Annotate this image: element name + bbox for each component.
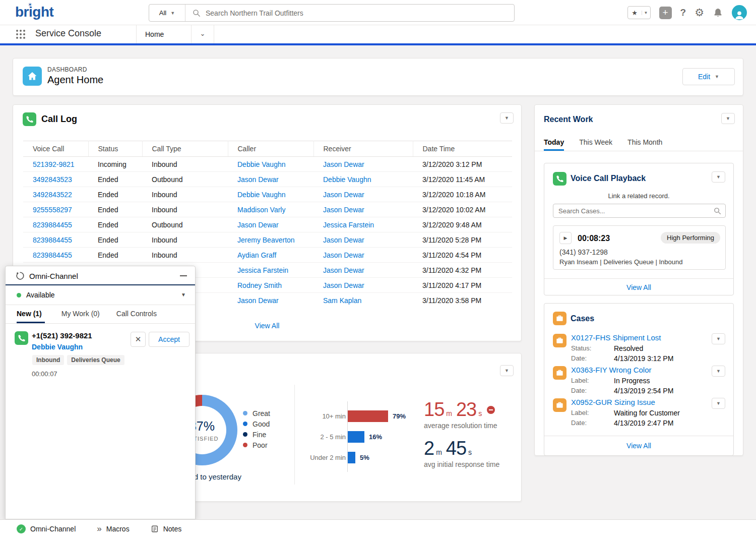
voice-call-link[interactable]: 3492843523	[33, 175, 72, 184]
inbound-badge: Inbound	[32, 355, 64, 365]
tab-today[interactable]: Today	[544, 135, 564, 151]
caller-link[interactable]: Aydian Graff	[237, 251, 276, 259]
case-menu-button[interactable]: ▼	[712, 366, 725, 377]
app-name: Service Console	[35, 28, 101, 39]
case-field-value: 4/13/2019 2:47 PM	[614, 419, 673, 427]
playback-menu-button[interactable]: ▼	[712, 171, 725, 183]
tab-this-month[interactable]: This Month	[627, 135, 662, 151]
tab-dropdown-chevron-icon[interactable]: ⌄	[192, 25, 214, 43]
receiver-link[interactable]: Jason Dewar	[323, 206, 364, 214]
column-header[interactable]: Call Type	[142, 141, 228, 157]
accept-call-button[interactable]: Accept	[149, 332, 190, 347]
table-row: 3492843522 Ended Inbound Debbie Vaughn J…	[23, 187, 512, 202]
chevron-down-icon[interactable]: ▼	[642, 11, 650, 15]
utility-macros[interactable]: » Macros	[97, 525, 129, 533]
tab-home[interactable]: Home	[136, 25, 192, 43]
case-body: X0363-FIY Wrong Color Label: In Progress…	[571, 365, 733, 395]
caller-link[interactable]: Debbie Vaughn	[237, 191, 285, 199]
status-cell: Ended	[88, 217, 142, 232]
tab-new[interactable]: New (1)	[17, 305, 45, 323]
caller-link[interactable]: Debbie Vaughn	[237, 160, 285, 168]
logo-spark-icon: ✶	[28, 2, 32, 8]
receiver-link[interactable]: Jason Dewar	[323, 236, 364, 244]
cases-title: Cases	[571, 314, 594, 323]
gear-icon[interactable]: ⚙	[695, 7, 704, 19]
voice-call-link[interactable]: 8239884455	[33, 221, 72, 229]
utility-notes[interactable]: Notes	[151, 525, 182, 533]
column-header[interactable]: Date Time	[413, 141, 512, 157]
decline-call-button[interactable]: ✕	[131, 332, 146, 347]
minimize-icon[interactable]	[180, 275, 187, 276]
voice-call-link[interactable]: 8239884455	[33, 251, 72, 259]
bar-value-label: 16%	[369, 433, 382, 441]
decrease-indicator-icon	[487, 406, 495, 414]
utility-notes-label: Notes	[163, 525, 182, 533]
caller-link[interactable]: Jason Dewar	[237, 221, 279, 229]
tab-my-work[interactable]: My Work (0)	[61, 305, 100, 323]
edit-button[interactable]: Edit ▼	[682, 68, 735, 85]
caller-link[interactable]: Jason Dewar	[237, 296, 279, 305]
case-field-row: Label: Waiting for Customer	[571, 409, 733, 417]
call-type-cell: Inbound	[142, 187, 228, 202]
tab-call-controls[interactable]: Call Controls	[116, 305, 157, 323]
playback-view-all-link[interactable]: View All	[544, 283, 733, 291]
recent-work-menu-button[interactable]: ▼	[721, 113, 735, 124]
cases-view-all-link[interactable]: View All	[544, 442, 733, 450]
call-log-menu-button[interactable]: ▼	[500, 112, 514, 124]
chevron-down-icon: ▼	[181, 292, 186, 297]
help-icon[interactable]: ?	[680, 7, 686, 18]
call-log-title: Call Log	[41, 114, 77, 125]
column-header[interactable]: Receiver	[313, 141, 413, 157]
receiver-link[interactable]: Sam Kaplan	[323, 296, 361, 305]
date-time-cell: 3/11/2020 4:54 PM	[413, 248, 512, 263]
case-field-label: Date:	[571, 354, 614, 363]
receiver-link[interactable]: Jason Dewar	[323, 251, 364, 259]
chart-menu-button[interactable]: ▼	[500, 365, 514, 376]
case-title-link[interactable]: X0363-FIY Wrong Color	[571, 366, 652, 374]
playback-subtitle: Link a related record.	[544, 192, 733, 200]
voice-call-link[interactable]: 8239884455	[33, 236, 72, 244]
presence-status-row[interactable]: Available ▼	[6, 285, 195, 305]
user-avatar[interactable]	[732, 5, 747, 20]
caller-link[interactable]: Jessica Farstein	[237, 266, 288, 274]
receiver-link[interactable]: Jason Dewar	[323, 281, 364, 289]
caller-link[interactable]: Maddison Varly	[237, 206, 285, 214]
caller-link[interactable]: Jeremy Beaverton	[237, 236, 295, 244]
search-input[interactable]	[206, 9, 514, 17]
case-title-link[interactable]: X0127-FHS Shipment Lost	[571, 333, 661, 342]
receiver-link[interactable]: Jason Dewar	[323, 160, 364, 168]
utility-omni-channel[interactable]: ✓ Omni-Channel	[17, 524, 76, 533]
case-title-link[interactable]: X0952-GUR Sizing Issue	[571, 398, 655, 406]
voice-call-link[interactable]: 521392-9821	[33, 160, 75, 168]
omni-channel-header[interactable]: Omni-Channel	[6, 266, 195, 285]
caller-link[interactable]: Rodney Smith	[237, 281, 282, 289]
caller-link[interactable]: Jason Dewar	[237, 175, 279, 184]
tab-this-week[interactable]: This Week	[579, 135, 612, 151]
add-icon[interactable]: +	[659, 7, 672, 19]
bar-category-label: 2 - 5 min	[303, 433, 346, 441]
app-launcher-waffle-icon[interactable]	[16, 30, 26, 39]
case-search-input[interactable]	[558, 207, 714, 215]
column-header[interactable]: Status	[88, 141, 142, 157]
person-icon	[734, 9, 745, 20]
receiver-link[interactable]: Jason Dewar	[323, 191, 364, 199]
date-time-cell: 3/12/2020 3:12 PM	[413, 157, 512, 172]
case-menu-button[interactable]: ▼	[712, 333, 725, 344]
dashboard-eyebrow: DASHBOARD	[47, 66, 87, 73]
bar	[348, 431, 364, 443]
incoming-caller-link[interactable]: Debbie Vaughn	[32, 343, 83, 351]
column-header[interactable]: Voice Call	[23, 141, 88, 157]
notifications-bell-icon[interactable]	[713, 8, 723, 18]
column-header[interactable]: Caller	[228, 141, 313, 157]
receiver-link[interactable]: Jessica Farstein	[323, 221, 374, 229]
search-scope-dropdown[interactable]: All ▼	[149, 5, 185, 21]
case-field-value: Waiting for Customer	[614, 409, 680, 417]
playback-phone-number: (341) 937-1298	[559, 248, 608, 256]
voice-call-link[interactable]: 3492843522	[33, 191, 72, 199]
favorites-button[interactable]: ★ ▼	[627, 6, 651, 19]
receiver-link[interactable]: Debbie Vaughn	[323, 175, 371, 184]
case-menu-button[interactable]: ▼	[712, 398, 725, 409]
play-button[interactable]: ▶	[559, 232, 572, 244]
receiver-link[interactable]: Jason Dewar	[323, 266, 364, 274]
voice-call-link[interactable]: 9255558297	[33, 206, 72, 214]
